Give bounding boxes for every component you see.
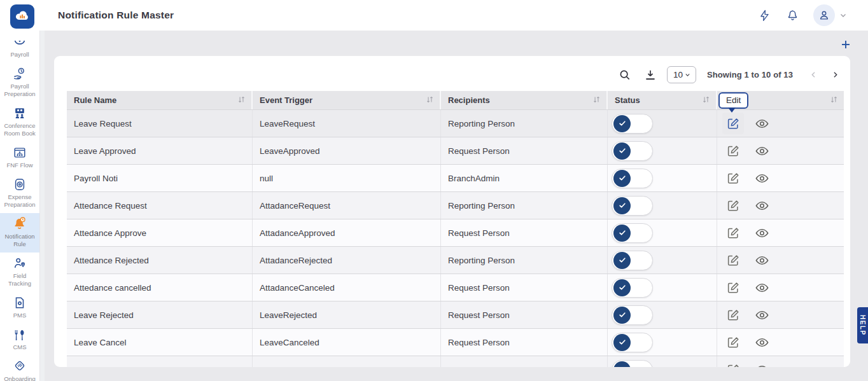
sort-icon[interactable] (702, 95, 710, 106)
view-button[interactable] (752, 169, 771, 188)
edit-button[interactable] (722, 331, 744, 353)
actions-cell (717, 247, 844, 274)
sidebar-item-label: FNF Flow (6, 162, 32, 169)
sidebar-item-notification-rule[interactable]: NotificationRule (0, 213, 39, 253)
table-row[interactable]: Attedance cancelled AttadanceCanceled Re… (67, 274, 844, 301)
table-row[interactable]: Attedance Rejected AttadanceRejected Rep… (67, 246, 844, 274)
edit-button[interactable] (722, 222, 744, 244)
table-row[interactable]: Leave Request LeaveRequest Reporting Per… (67, 109, 844, 137)
sidebar-item-expense-preparation[interactable]: ExpensePreparation (0, 174, 39, 213)
view-button[interactable] (752, 223, 771, 242)
sidebar-item-field-tracking[interactable]: FieldTracking (0, 253, 39, 292)
notification-rules-table: Rule Name Event Trigger Recipients Statu… (67, 91, 844, 367)
recipients-cell: Request Person (441, 274, 608, 301)
sort-icon[interactable] (426, 95, 434, 106)
view-button[interactable] (752, 305, 771, 324)
view-button[interactable] (752, 360, 771, 367)
edit-button[interactable] (722, 195, 744, 216)
table-row[interactable]: Attedance Request AttadanceRequest Repor… (67, 191, 844, 219)
user-menu[interactable] (813, 4, 848, 26)
sidebar-item-payroll-preparation[interactable]: PayrollPreperation (0, 63, 39, 102)
pms-icon (12, 296, 27, 310)
status-cell (608, 219, 717, 246)
status-toggle[interactable] (612, 223, 653, 243)
status-toggle[interactable] (612, 196, 653, 216)
rule-name-cell: Leave Rejected (67, 301, 253, 328)
table-row[interactable]: Payroll Noti null BranchAdmin (67, 164, 844, 191)
sidebar-item-conference-room-book[interactable]: ConferenceRoom Book (0, 102, 39, 142)
status-toggle[interactable] (612, 114, 653, 134)
edit-button[interactable] (722, 167, 744, 189)
view-button[interactable] (752, 196, 771, 215)
recipients-cell: Reporting Person (441, 192, 608, 219)
help-tab[interactable]: HELP (857, 307, 868, 343)
view-button[interactable] (752, 278, 771, 297)
column-header-event-trigger[interactable]: Event Trigger (253, 91, 441, 109)
recipients-cell (441, 356, 608, 367)
chevron-down-icon (684, 71, 691, 78)
toggle-check-icon (613, 170, 631, 187)
sort-icon[interactable] (830, 95, 838, 106)
sort-icon[interactable] (592, 95, 601, 106)
toggle-check-icon (613, 307, 631, 324)
view-button[interactable] (752, 114, 771, 133)
page-size-select[interactable]: 10 (667, 66, 696, 83)
sidebar-item-payroll[interactable]: Payroll (0, 31, 39, 63)
rule-name-cell: Leave Cancel (67, 329, 253, 356)
plus-icon (840, 39, 851, 50)
next-page-button[interactable] (829, 69, 841, 81)
view-button[interactable] (752, 333, 771, 352)
sidebar-item-pms[interactable]: PMS (0, 292, 39, 324)
status-toggle[interactable] (612, 333, 653, 352)
column-header-rule-name[interactable]: Rule Name (67, 91, 253, 109)
search-icon[interactable] (617, 67, 633, 83)
event-trigger-cell: AttadanceApproved (253, 219, 441, 246)
lightning-icon[interactable] (757, 8, 771, 22)
payroll-icon (12, 35, 27, 49)
sidebar-item-label: NotificationRule (5, 233, 35, 248)
event-trigger-cell: AttadanceRequest (253, 192, 441, 219)
table-row[interactable]: Leave Approved LeaveApproved Request Per… (67, 137, 844, 164)
status-toggle[interactable] (612, 169, 653, 188)
app-logo[interactable] (10, 4, 34, 29)
status-toggle[interactable] (612, 278, 653, 298)
sidebar-scrollbar[interactable] (39, 31, 45, 381)
previous-page-button[interactable] (807, 69, 820, 81)
status-toggle[interactable] (612, 141, 653, 161)
column-header-status[interactable]: Status (608, 91, 717, 109)
add-rule-button[interactable] (839, 38, 853, 52)
table-row[interactable]: Leave Cancel LeaveCanceled Request Perso… (67, 328, 844, 356)
view-button[interactable] (752, 141, 771, 160)
table-row[interactable]: Attedance Approve AttadanceApproved Requ… (67, 219, 844, 246)
edit-button[interactable] (722, 113, 744, 134)
status-toggle[interactable] (612, 305, 653, 325)
sidebar-item-fnf-flow[interactable]: FNF Flow (0, 142, 39, 174)
table-row[interactable] (67, 356, 844, 367)
event-trigger-cell: LeaveRequest (253, 110, 441, 137)
sidebar-item-cms[interactable]: CMS (0, 324, 39, 356)
edit-button[interactable] (722, 140, 744, 162)
sidebar-item-label: FieldTracking (8, 272, 31, 287)
column-header-recipients[interactable]: Recipients (441, 91, 608, 109)
sort-icon[interactable] (237, 95, 246, 106)
edit-button[interactable] (722, 304, 744, 326)
topbar-actions (757, 4, 868, 26)
user-avatar-icon[interactable] (813, 4, 835, 26)
toggle-check-icon (613, 115, 631, 132)
edit-button[interactable] (722, 249, 744, 271)
sidebar-item-onboarding[interactable]: Onboarding (0, 356, 39, 381)
view-button[interactable] (752, 251, 771, 270)
recipients-cell: Request Person (441, 329, 608, 356)
status-cell (608, 329, 717, 356)
chevron-left-icon (809, 70, 818, 80)
bell-icon[interactable] (785, 8, 799, 22)
edit-button[interactable] (722, 359, 744, 367)
edit-button[interactable] (722, 277, 744, 298)
recipients-cell: Request Person (441, 219, 608, 246)
actions-cell (717, 356, 844, 367)
actions-cell (717, 274, 844, 301)
table-row[interactable]: Leave Rejected LeaveRejected Request Per… (67, 301, 844, 328)
download-icon[interactable] (643, 67, 658, 83)
status-toggle[interactable] (612, 251, 653, 270)
status-toggle[interactable] (612, 360, 653, 368)
